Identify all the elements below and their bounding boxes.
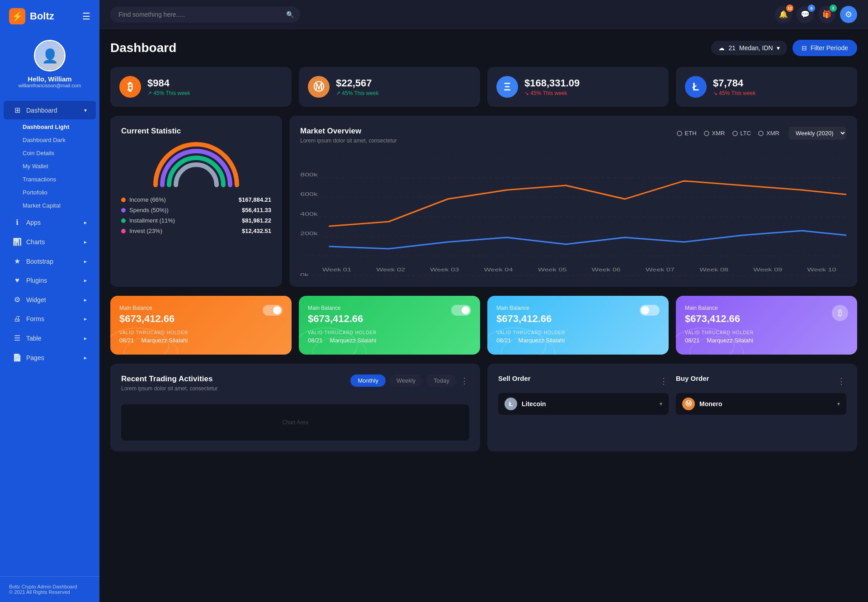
trading-menu-icon[interactable]: ⋮ <box>460 376 469 386</box>
location-dropdown-icon[interactable]: ▾ <box>777 44 780 52</box>
filter-eth[interactable]: ETH <box>677 130 697 137</box>
user-avatar-button[interactable]: ⚙ <box>840 6 857 23</box>
wallet-toggle-orange[interactable] <box>263 305 283 316</box>
wallet-amount-orange: $673,412.66 <box>119 313 283 325</box>
temperature: 21 <box>728 44 736 52</box>
buy-coin-dropdown-icon[interactable]: ▾ <box>837 401 840 407</box>
wallet-valid-light-blue: VALID THRUCARD HOLDER <box>496 330 660 335</box>
btc-amount: $984 <box>147 77 190 89</box>
sidebar-nav: ⊞ Dashboard ▾ Dashboard Light Dashboard … <box>0 95 99 576</box>
wallet-cards: Main Balance $673,412.66 VALID THRUCARD … <box>110 296 857 355</box>
period-select[interactable]: Weekly (2020) <box>788 127 846 140</box>
sell-order-title: Sell Order <box>498 374 531 382</box>
sell-buy-grid: Sell Order ⋮ Ł Litecoin ▾ Buy Order ⋮ <box>498 374 846 418</box>
notification-button[interactable]: 🔔 12 <box>775 6 792 23</box>
radio-eth <box>677 131 682 136</box>
tab-today[interactable]: Today <box>426 374 457 387</box>
sidebar-item-forms[interactable]: 🖨 Forms ▸ <box>4 310 96 328</box>
btc-icon: ₿ <box>119 76 141 98</box>
sidebar-item-market-capital[interactable]: Market Capital <box>18 199 99 212</box>
search-bar: 🔍 <box>110 6 300 23</box>
arrow-up-icon: ↗ <box>147 90 153 96</box>
dashboard-submenu: Dashboard Light Dashboard Dark Coin Deta… <box>0 120 99 212</box>
sidebar-item-table[interactable]: ☰ Table ▸ <box>4 329 96 347</box>
sell-coin-dropdown-icon[interactable]: ▾ <box>660 401 662 407</box>
filter-xmr2[interactable]: XMR <box>758 130 779 137</box>
search-icon: 🔍 <box>286 11 294 18</box>
legend-income: Income (66%) $167,884.21 <box>121 196 271 203</box>
sidebar-item-bootstrap[interactable]: ★ Bootstrap ▸ <box>4 252 96 270</box>
svg-text:400k: 400k <box>300 211 318 217</box>
wallet-label-green: Main Balance <box>308 305 471 311</box>
gift-button[interactable]: 🎁 2 <box>818 6 835 23</box>
sell-menu-icon[interactable]: ⋮ <box>660 376 669 386</box>
filter-ltc[interactable]: LTC <box>732 130 751 137</box>
wallet-toggle-light-blue[interactable] <box>640 305 660 316</box>
sidebar-item-label: Plugins <box>26 277 47 284</box>
current-statistic-card: Current Statistic <box>110 116 282 287</box>
arrow-down-icon: ↘ <box>713 90 719 96</box>
rainbow-svg <box>151 137 241 187</box>
sidebar-logo: ⚡ Boltz ☰ <box>0 0 99 33</box>
mnt-amount: $22,567 <box>336 77 379 89</box>
weather-badge: ☁ 21 Medan, IDN ▾ <box>711 41 787 55</box>
stat-card-mnt: Ⓜ $22,567 ↗ 45% This week <box>299 67 480 107</box>
wallet-label-orange: Main Balance <box>119 305 283 311</box>
sidebar-item-pages[interactable]: 📄 Pages ▸ <box>4 348 96 367</box>
app-name: Boltz <box>30 10 54 22</box>
svg-text:Week 09: Week 09 <box>753 267 782 272</box>
stat-card-ltc: Ł $7,784 ↘ 45% This week <box>676 67 857 107</box>
sidebar-item-dashboard-light[interactable]: Dashboard Light <box>18 120 99 133</box>
topbar: 🔍 🔔 12 💬 6 🎁 2 ⚙ <box>99 0 868 29</box>
svg-text:Week 03: Week 03 <box>430 267 459 272</box>
sell-order-section: Sell Order ⋮ Ł Litecoin ▾ <box>498 374 669 418</box>
recent-trading-card: Recent Trading Activities Lorem ipsum do… <box>110 364 480 451</box>
notification-badge: 12 <box>786 5 793 12</box>
svg-text:200k: 200k <box>300 231 318 236</box>
svg-text:Week 10: Week 10 <box>807 267 836 272</box>
legend-spends: Spends (50%)) $56,411.33 <box>121 207 271 213</box>
sidebar-item-transactions[interactable]: Transactions <box>18 173 99 186</box>
filter-periode-button[interactable]: ⊟ Filter Periode <box>793 40 857 56</box>
wallet-holder-purple: Marquezz Silalahi <box>707 337 754 344</box>
trading-tabs: Monthly Weekly Today <box>350 374 457 387</box>
wallet-toggle-green[interactable] <box>451 305 471 316</box>
menu-toggle[interactable]: ☰ <box>82 11 90 22</box>
sidebar-item-my-wallet[interactable]: My Wallet <box>18 160 99 173</box>
line-chart-svg: 1000k 800k 600k 400k 200k 0k Week 01 Wee… <box>300 158 846 276</box>
tab-weekly[interactable]: Weekly <box>389 374 423 387</box>
sidebar-item-coin-details[interactable]: Coin Details <box>18 147 99 160</box>
chevron-right-icon: ▸ <box>84 219 87 226</box>
trading-chart-placeholder: Chart Area <box>121 404 469 441</box>
filter-xmr1[interactable]: XMR <box>704 130 725 137</box>
chevron-right-icon: ▸ <box>84 335 87 341</box>
logo-icon: ⚡ <box>9 8 25 24</box>
buy-menu-icon[interactable]: ⋮ <box>837 376 846 386</box>
wallet-card-light-blue: Main Balance $673,412.66 VALID THRUCARD … <box>487 296 669 355</box>
sidebar-item-widget[interactable]: ⚙ Widget ▸ <box>4 290 96 309</box>
svg-text:Week 07: Week 07 <box>646 267 675 272</box>
bottom-row: Recent Trading Activities Lorem ipsum do… <box>110 364 857 451</box>
plugins-icon: ♥ <box>13 276 22 284</box>
invest-dot <box>121 229 126 233</box>
mnt-change: ↗ 45% This week <box>336 90 379 96</box>
page-header-right: ☁ 21 Medan, IDN ▾ ⊟ Filter Periode <box>711 40 857 56</box>
spends-value: $56,411.33 <box>242 207 271 213</box>
sidebar-item-plugins[interactable]: ♥ Plugins ▸ <box>4 271 96 289</box>
sidebar-item-charts[interactable]: 📊 Charts ▸ <box>4 232 96 251</box>
svg-text:600k: 600k <box>300 191 318 197</box>
wallet-card-purple: Main Balance $673,412.66 ₿ VALID THRUCAR… <box>676 296 857 355</box>
chat-button[interactable]: 💬 6 <box>797 6 814 23</box>
sidebar-item-dashboard[interactable]: ⊞ Dashboard ▾ <box>4 101 96 119</box>
chevron-right-icon: ▸ <box>84 355 87 361</box>
search-input[interactable] <box>110 6 300 23</box>
app-copyright: © 2021 All Rights Reserved <box>9 589 90 595</box>
sidebar-item-apps[interactable]: ℹ Apps ▸ <box>4 213 96 232</box>
income-dot <box>121 198 126 202</box>
tab-monthly[interactable]: Monthly <box>350 374 386 387</box>
svg-text:Week 06: Week 06 <box>592 267 621 272</box>
wallet-holder-light-blue: Marquezz Silalahi <box>519 337 565 344</box>
sidebar-item-dashboard-dark[interactable]: Dashboard Dark <box>18 133 99 147</box>
sidebar-item-portofolio[interactable]: Portofolio <box>18 186 99 199</box>
eth-amount: $168,331.09 <box>524 77 580 89</box>
